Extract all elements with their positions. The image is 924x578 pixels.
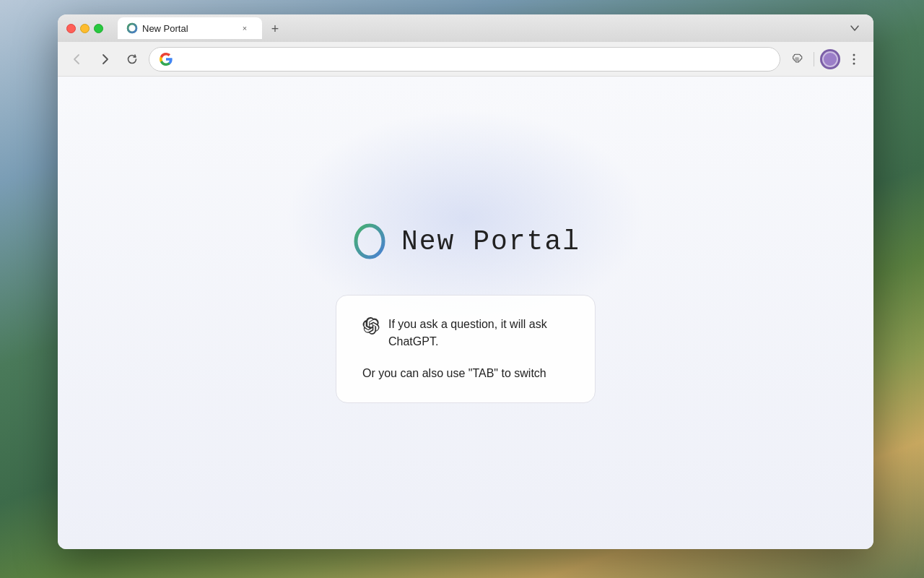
tabs-area: New Portal × + <box>118 17 839 39</box>
reload-button[interactable] <box>121 48 143 70</box>
profile-avatar <box>822 51 838 67</box>
page-content: New Portal If you ask a question, it wil… <box>58 77 873 549</box>
svg-point-3 <box>853 53 855 56</box>
chatgpt-icon <box>362 317 380 335</box>
svg-point-1 <box>128 24 136 33</box>
svg-rect-2 <box>795 57 798 61</box>
chevron-down-icon <box>849 22 860 34</box>
close-tab-button[interactable]: × <box>239 22 250 34</box>
new-tab-button[interactable]: + <box>265 19 285 39</box>
active-tab[interactable]: New Portal × <box>118 17 262 39</box>
tab-controls-right <box>845 18 865 38</box>
title-bar: New Portal × + <box>58 14 873 42</box>
info-row-secondary: Or you can also use "TAB" to switch <box>362 365 569 382</box>
svg-point-5 <box>853 62 855 64</box>
address-bar[interactable] <box>149 47 780 72</box>
browser-window: New Portal × + <box>58 14 873 549</box>
toolbar <box>58 42 873 77</box>
address-input[interactable] <box>178 53 770 65</box>
svg-point-6 <box>356 225 383 257</box>
toolbar-right <box>786 48 865 70</box>
tab-favicon-icon <box>126 22 138 34</box>
info-row-main: If you ask a question, it will ask ChatG… <box>362 316 569 350</box>
maximize-window-button[interactable] <box>94 24 103 33</box>
svg-point-4 <box>853 58 855 60</box>
extensions-icon <box>790 53 803 66</box>
toolbar-divider <box>814 52 814 66</box>
brand-name: New Portal <box>401 226 580 257</box>
collapse-tabs-button[interactable] <box>845 18 865 38</box>
address-bar-wrapper <box>149 47 780 72</box>
portal-logo-icon <box>351 223 388 260</box>
close-window-button[interactable] <box>66 24 76 33</box>
back-button[interactable] <box>66 48 88 70</box>
traffic-lights <box>66 24 103 33</box>
forward-icon <box>99 53 110 65</box>
more-options-icon <box>847 53 860 66</box>
extensions-button[interactable] <box>786 48 808 70</box>
forward-button[interactable] <box>94 48 116 70</box>
info-card: If you ask a question, it will ask ChatG… <box>336 295 596 403</box>
tab-title: New Portal <box>142 23 235 34</box>
info-text-secondary: Or you can also use "TAB" to switch <box>362 365 546 382</box>
reload-icon <box>126 53 138 65</box>
profile-button[interactable] <box>820 49 840 69</box>
info-text-main: If you ask a question, it will ask ChatG… <box>388 316 569 350</box>
minimize-window-button[interactable] <box>80 24 90 33</box>
google-icon <box>160 53 173 66</box>
back-icon <box>71 53 83 65</box>
brand-area: New Portal <box>351 223 580 260</box>
more-options-button[interactable] <box>843 48 865 70</box>
